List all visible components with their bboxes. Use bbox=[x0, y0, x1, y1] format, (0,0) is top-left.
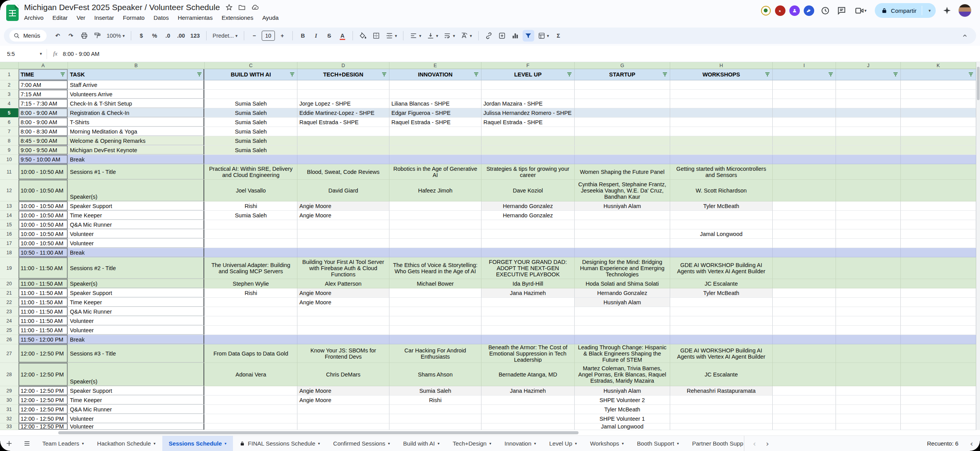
cell-G14[interactable] bbox=[575, 211, 670, 220]
cell-I20[interactable] bbox=[773, 279, 836, 288]
cell-A1[interactable]: TIME bbox=[19, 69, 68, 80]
cell-G25[interactable] bbox=[575, 326, 670, 335]
cell-E18[interactable] bbox=[389, 248, 481, 257]
user-avatar[interactable] bbox=[958, 4, 971, 17]
cell-E5[interactable]: Edgar Figueroa - SHPE bbox=[389, 108, 481, 118]
cell-E13[interactable] bbox=[389, 201, 481, 211]
cell-F11[interactable]: Strategies & tips for growing your caree… bbox=[481, 164, 575, 180]
cell-G29[interactable]: Husniyah Alam bbox=[575, 386, 670, 395]
vertical-align-button[interactable]: ▾ bbox=[425, 30, 440, 42]
cell-B4[interactable]: Check-In & T-Shirt Setup bbox=[68, 99, 205, 108]
cell-K23[interactable] bbox=[901, 307, 976, 316]
filter-button[interactable] bbox=[523, 30, 534, 42]
horizontal-align-button[interactable]: ▾ bbox=[408, 30, 423, 42]
filter-funnel-icon[interactable] bbox=[60, 73, 65, 77]
cell-F12[interactable]: Dave Koziol bbox=[481, 180, 575, 201]
cell-F30[interactable] bbox=[481, 395, 575, 405]
cell-D3[interactable] bbox=[297, 90, 389, 99]
decrease-font-size-button[interactable]: − bbox=[248, 30, 260, 42]
cell-A16[interactable]: 10:00 - 10:50 AM bbox=[19, 229, 68, 239]
cell-J12[interactable] bbox=[836, 180, 901, 201]
cell-D22[interactable]: Angie Moore bbox=[297, 298, 389, 307]
cell-A26[interactable]: 11:50 - 12:00 PM bbox=[19, 335, 68, 344]
cell-C17[interactable] bbox=[205, 239, 297, 248]
cell-C22[interactable] bbox=[205, 298, 297, 307]
cell-B16[interactable]: Volunteer bbox=[68, 229, 205, 239]
cell-C23[interactable] bbox=[205, 307, 297, 316]
cell-K30[interactable] bbox=[901, 395, 976, 405]
cell-A13[interactable]: 10:00 - 10:50 AM bbox=[19, 201, 68, 211]
cell-E2[interactable] bbox=[389, 80, 481, 90]
row-header-2[interactable]: 2 bbox=[0, 80, 19, 90]
cell-C15[interactable] bbox=[205, 220, 297, 229]
cell-K1[interactable] bbox=[901, 69, 976, 80]
cell-G3[interactable] bbox=[575, 90, 670, 99]
cell-G6[interactable] bbox=[575, 118, 670, 127]
cell-E11[interactable]: Robotics in the Age of Generative AI bbox=[389, 164, 481, 180]
cell-K25[interactable] bbox=[901, 326, 976, 335]
cell-J14[interactable] bbox=[836, 211, 901, 220]
cell-I11[interactable] bbox=[773, 164, 836, 180]
cell-D14[interactable]: Angie Moore bbox=[297, 211, 389, 220]
cell-A27[interactable]: 12:00 - 12:50 PM bbox=[19, 344, 68, 363]
cell-K7[interactable] bbox=[901, 127, 976, 136]
cell-J6[interactable] bbox=[836, 118, 901, 127]
cell-A2[interactable]: 7:00 AM bbox=[19, 80, 68, 90]
cell-B31[interactable]: Q&A Mic Runner bbox=[68, 405, 205, 414]
col-header-E[interactable]: E bbox=[389, 62, 481, 69]
cell-F23[interactable] bbox=[481, 307, 575, 316]
cell-I16[interactable] bbox=[773, 229, 836, 239]
cell-J18[interactable] bbox=[836, 248, 901, 257]
cell-J33[interactable] bbox=[836, 423, 901, 430]
row-header-1[interactable]: 1 bbox=[0, 69, 19, 80]
cell-C24[interactable] bbox=[205, 316, 297, 326]
cell-C28[interactable]: Adonai Vera bbox=[205, 363, 297, 386]
cell-A32[interactable]: 12:00 - 12:50 PM bbox=[19, 414, 68, 423]
row-header-27[interactable]: 27 bbox=[0, 344, 19, 363]
merge-cells-button[interactable]: ▾ bbox=[384, 30, 399, 42]
cell-I19[interactable] bbox=[773, 257, 836, 279]
cell-I5[interactable] bbox=[773, 108, 836, 118]
cell-G13[interactable]: Husniyah Alam bbox=[575, 201, 670, 211]
cell-B7[interactable]: Morning Meditation & Yoga bbox=[68, 127, 205, 136]
cell-I14[interactable] bbox=[773, 211, 836, 220]
cell-K16[interactable] bbox=[901, 229, 976, 239]
cell-J10[interactable] bbox=[836, 155, 901, 164]
insert-chart-button[interactable] bbox=[509, 30, 521, 42]
vertical-scrollbar-thumb[interactable] bbox=[977, 67, 980, 100]
cell-A15[interactable]: 10:00 - 10:50 AM bbox=[19, 220, 68, 229]
cell-I29[interactable] bbox=[773, 386, 836, 395]
filter-funnel-icon[interactable] bbox=[662, 73, 667, 77]
cell-H33[interactable] bbox=[670, 423, 773, 430]
cell-D32[interactable] bbox=[297, 414, 389, 423]
row-header-7[interactable]: 7 bbox=[0, 127, 19, 136]
cell-A12[interactable]: 10:00 - 10:50 AM bbox=[19, 180, 68, 201]
cell-E15[interactable] bbox=[389, 220, 481, 229]
cell-C5[interactable]: Sumia Saleh bbox=[205, 108, 297, 118]
cell-G32[interactable]: SHPE Volunteer 1 bbox=[575, 414, 670, 423]
cell-J28[interactable] bbox=[836, 363, 901, 386]
row-header-30[interactable]: 30 bbox=[0, 395, 19, 405]
cell-G15[interactable] bbox=[575, 220, 670, 229]
cell-H21[interactable]: Tyler McBeath bbox=[670, 288, 773, 298]
cell-K19[interactable] bbox=[901, 257, 976, 279]
sheet-tab-build-with-ai[interactable]: Build with AI▾ bbox=[396, 436, 446, 451]
cell-D25[interactable] bbox=[297, 326, 389, 335]
cell-E29[interactable]: Sumia Saleh bbox=[389, 386, 481, 395]
row-header-15[interactable]: 15 bbox=[0, 220, 19, 229]
cell-D24[interactable] bbox=[297, 316, 389, 326]
cell-A5[interactable]: 8:00 - 9:00 AM bbox=[19, 108, 68, 118]
cell-H15[interactable] bbox=[670, 220, 773, 229]
filter-funnel-icon[interactable] bbox=[290, 73, 295, 77]
cell-K21[interactable] bbox=[901, 288, 976, 298]
cell-B21[interactable]: Speaker Support bbox=[68, 288, 205, 298]
cell-E33[interactable] bbox=[389, 423, 481, 430]
cell-A7[interactable]: 8:00 - 8:30 AM bbox=[19, 127, 68, 136]
font-select[interactable]: Predet...▾ bbox=[211, 30, 240, 42]
cell-D23[interactable] bbox=[297, 307, 389, 316]
cell-I13[interactable] bbox=[773, 201, 836, 211]
row-header-11[interactable]: 11 bbox=[0, 164, 19, 180]
cell-J25[interactable] bbox=[836, 326, 901, 335]
cell-C20[interactable]: Stephen Wylie bbox=[205, 279, 297, 288]
cell-G17[interactable] bbox=[575, 239, 670, 248]
